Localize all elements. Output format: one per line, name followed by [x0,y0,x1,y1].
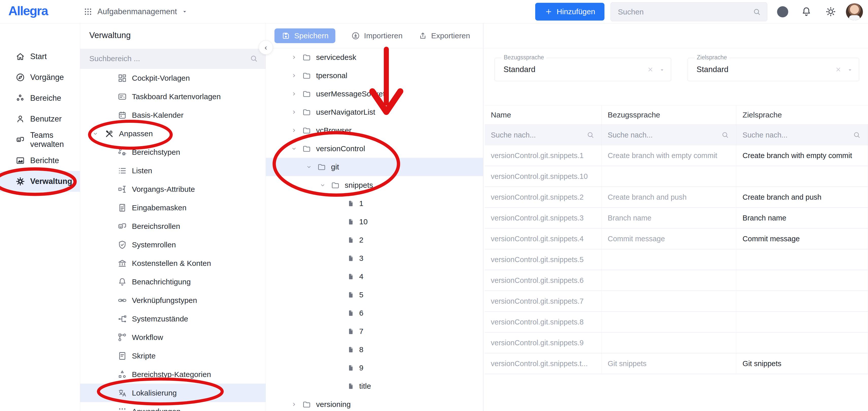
tree-item-label: title [359,382,371,390]
admin-item-bereichstyp-kategorien[interactable]: Bereichstyp-Kategorien [80,365,266,384]
dropdown-caret-icon[interactable] [659,67,665,73]
admin-item-taskboard-kartenvorlagen[interactable]: Taskboard Kartenvorlagen [80,87,266,106]
sidebar-item-start[interactable]: Start [0,46,80,67]
filter-input-zielsprache[interactable] [742,131,826,139]
export-icon [418,31,427,40]
source-language-select[interactable]: Bezugssprache Standard [495,58,671,81]
sidebar-item-vorgänge[interactable]: Vorgänge [0,67,80,88]
cell-bezugssprache: Commit message [602,229,737,249]
admin-item-anwendungen[interactable]: Anwendungen [80,402,266,411]
tree-item-4[interactable]: 4 [266,267,483,286]
add-button[interactable]: Hinzufügen [535,3,604,21]
sidebar-item-benutzer[interactable]: Benutzer [0,109,80,129]
table-row[interactable]: versionControl.git.snippets.5 [485,249,868,270]
clear-icon[interactable] [647,66,654,73]
user-avatar[interactable] [846,3,863,20]
tree-item-7[interactable]: 7 [266,322,483,341]
admin-item-listen[interactable]: Listen [80,162,266,180]
chevron-down-icon [306,164,312,170]
search-icon [249,54,258,63]
tree-item-6[interactable]: 6 [266,304,483,322]
calendar-icon [117,110,127,120]
table-header-row: NameBezugsspracheZielsprache [485,105,868,124]
exportieren-button[interactable]: Exportieren [418,31,470,40]
tools-icon [104,129,115,139]
tree-item-8[interactable]: 8 [266,341,483,359]
column-header-name[interactable]: Name [485,106,602,124]
sidebar-item-bereiche[interactable]: Bereiche [0,88,80,109]
admin-item-bereichsrollen[interactable]: Bereichsrollen [80,217,266,235]
tree-item-usernavigatorlist[interactable]: userNavigatorList [266,103,483,121]
admin-item-skripte[interactable]: Skripte [80,347,266,365]
table-row[interactable]: versionControl.git.snippets.7 [485,291,868,312]
tree-item-servicedesk[interactable]: servicedesk [266,48,483,66]
tree-item-versioncontrol[interactable]: versionControl [266,140,483,158]
notifications-button[interactable] [801,6,812,18]
help-button[interactable]: ? [776,5,789,19]
table-row[interactable]: versionControl.git.snippets.4Commit mess… [485,229,868,249]
column-header-zielsprache[interactable]: Zielsprache [736,106,868,124]
table-row[interactable]: versionControl.git.snippets.2Create bran… [485,187,868,208]
file-icon [347,273,354,280]
table-row[interactable]: versionControl.git.snippets.9 [485,332,868,353]
filter-input-bezugssprache[interactable] [608,131,693,139]
folder-icon [302,144,311,153]
tree-item-1[interactable]: 1 [266,194,483,213]
tree-item-9[interactable]: 9 [266,359,483,377]
filter-input-name[interactable] [491,131,564,139]
admin-item-basis-kalender[interactable]: Basis-Kalender [80,106,266,124]
admin-item-anpassen[interactable]: Anpassen [80,124,266,143]
tree-item-10[interactable]: 10 [266,213,483,231]
file-icon [347,364,354,372]
workspace-name: Aufgabenmanagement [97,7,177,16]
sidebar-item-teams-verwalten[interactable]: Teams verwalten [0,129,80,150]
tree-item-usermessagesocket[interactable]: userMessageSocket [266,85,483,103]
tree-item-git[interactable]: git [266,158,483,176]
collapse-panel-button[interactable]: ‹ [259,40,273,55]
add-button-label: Hinzufügen [557,7,595,16]
admin-item-systemrollen[interactable]: Systemrollen [80,235,266,254]
admin-item-eingabemasken[interactable]: Eingabemasken [80,198,266,217]
clear-icon[interactable] [835,66,842,73]
admin-item-systemzustände[interactable]: Systemzustände [80,310,266,328]
sidebar-item-verwaltung[interactable]: Verwaltung [0,171,80,192]
admin-item-verknüpfungstypen[interactable]: Verknüpfungstypen [80,291,266,310]
tree-item-title[interactable]: title [266,377,483,395]
tree-item-versioning[interactable]: versioning [266,395,483,411]
table-row[interactable]: versionControl.git.snippets.8 [485,312,868,332]
table-row[interactable]: versionControl.git.snippets.10 [485,166,868,187]
sidebar-item-berichte[interactable]: Berichte [0,150,80,171]
workspace-switcher[interactable]: Aufgabenmanagement [83,0,188,23]
admin-item-vorgangs-attribute[interactable]: Vorgangs-Attribute [80,180,266,198]
tree-item-3[interactable]: 3 [266,249,483,267]
file-icon [347,346,354,353]
admin-item-lokalisierung[interactable]: Lokalisierung [80,384,266,402]
admin-item-cockpit-vorlagen[interactable]: Cockpit-Vorlagen [80,69,266,87]
tree-item-vcbrowser[interactable]: vcBrowser [266,121,483,140]
table-row[interactable]: versionControl.git.snippets.6 [485,270,868,291]
admin-item-benachrichtigung[interactable]: Benachrichtigung [80,272,266,291]
importieren-button[interactable]: Importieren [351,31,403,40]
search-icon [586,131,595,139]
table-row[interactable]: versionControl.git.snippets.t...Git snip… [485,353,868,374]
theme-toggle-button[interactable] [825,6,837,18]
admin-item-kostenstellen-konten[interactable]: Kostenstellen & Konten [80,254,266,272]
admin-search [80,49,266,69]
column-header-bezugssprache[interactable]: Bezugssprache [602,106,737,124]
chevron-right-icon [291,54,297,61]
speichern-button[interactable]: Speichern [275,28,335,43]
tree-item-2[interactable]: 2 [266,231,483,249]
dropdown-caret-icon[interactable] [847,67,853,73]
tree-item-5[interactable]: 5 [266,286,483,304]
target-language-select[interactable]: Zielsprache Standard [688,58,859,81]
admin-item-bereichstypen[interactable]: Bereichstypen [80,143,266,162]
file-icon [347,255,354,262]
table-row[interactable]: versionControl.git.snippets.3Branch name… [485,208,868,229]
global-search-input[interactable] [618,8,752,16]
tree-item-tpersonal[interactable]: tpersonal [266,66,483,85]
tree-item-snippets[interactable]: snippets [266,176,483,194]
cell-zielsprache: Git snippets [736,353,868,374]
admin-search-input[interactable] [89,54,249,63]
table-row[interactable]: versionControl.git.snippets.1Create bran… [485,145,868,166]
admin-item-workflow[interactable]: Workflow [80,328,266,347]
